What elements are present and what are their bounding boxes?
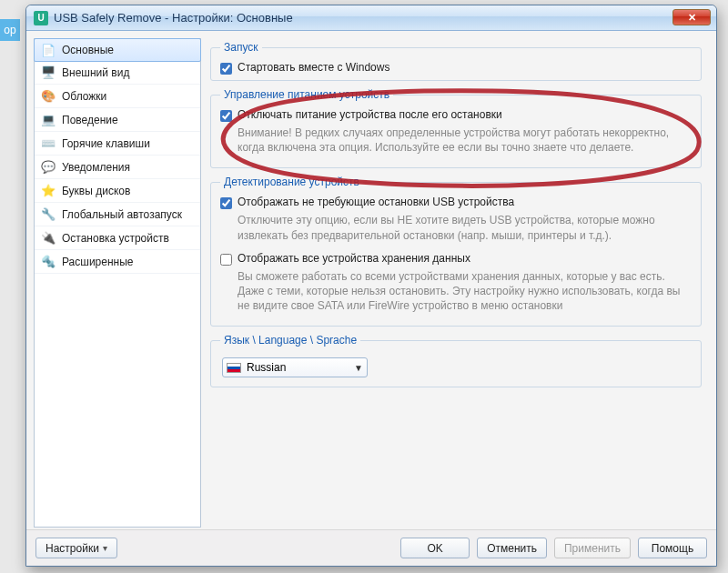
checkbox-start-with-windows[interactable] xyxy=(220,63,232,75)
settings-dropdown-button[interactable]: Настройки xyxy=(35,538,117,558)
wrench-icon: 🔧 xyxy=(40,206,56,223)
sidebar-item-drive-letters[interactable]: ⭐ Буквы дисков xyxy=(35,179,200,203)
background-tab-fragment: ор xyxy=(0,19,20,41)
sidebar-item-behavior[interactable]: 💻 Поведение xyxy=(35,108,200,132)
group-startup: Запуск Стартовать вместе с Windows xyxy=(210,41,702,81)
cancel-button[interactable]: Отменить xyxy=(477,538,547,558)
sidebar-item-notifications[interactable]: 💬 Уведомления xyxy=(35,156,200,179)
ok-button[interactable]: OK xyxy=(400,538,470,558)
sidebar-item-label: Горячие клавиши xyxy=(62,137,150,150)
group-legend: Запуск xyxy=(220,41,262,54)
group-legend: Детектирование устройств xyxy=(220,176,363,188)
group-power-management: Управление питанием устройств Отключать … xyxy=(210,88,702,168)
category-sidebar: 📄 Основные 🖥️ Внешний вид 🎨 Обложки 💻 По… xyxy=(34,38,201,528)
sidebar-item-label: Остановка устройств xyxy=(62,232,169,245)
checkbox-show-all-storage[interactable] xyxy=(220,254,232,266)
laptop-icon: 💻 xyxy=(40,112,56,128)
sidebar-item-skins[interactable]: 🎨 Обложки xyxy=(35,85,200,108)
bubble-icon: 💬 xyxy=(40,159,56,176)
sidebar-item-label: Расширенные xyxy=(62,256,134,268)
sidebar-item-device-stop[interactable]: 🔌 Остановка устройств xyxy=(35,226,200,250)
app-icon: U xyxy=(34,11,48,25)
settings-window: U USB Safely Remove - Настройки: Основны… xyxy=(25,5,717,567)
sidebar-item-label: Поведение xyxy=(62,114,118,126)
palette-icon: 🎨 xyxy=(40,88,56,105)
sidebar-item-general[interactable]: 📄 Основные xyxy=(34,38,201,62)
sidebar-item-label: Буквы дисков xyxy=(62,185,130,197)
sidebar-item-label: Основные xyxy=(62,44,114,56)
button-label: OK xyxy=(427,542,442,555)
sidebar-item-label: Внешний вид xyxy=(62,66,129,79)
group-legend: Управление питанием устройств xyxy=(220,88,393,101)
group-device-detection: Детектирование устройств Отображать не т… xyxy=(210,176,702,327)
checkbox-show-non-stoppable-usb[interactable] xyxy=(220,197,232,209)
sidebar-item-advanced[interactable]: 🔩 Расширенные xyxy=(35,250,200,274)
language-dropdown[interactable]: Russian ▼ xyxy=(222,357,368,377)
detect-desc-1: Отключите эту опцию, если вы НЕ хотите в… xyxy=(238,213,692,242)
monitor-icon: 🖥️ xyxy=(40,65,56,81)
close-icon: ✕ xyxy=(688,12,696,24)
language-value: Russian xyxy=(247,361,349,374)
flag-ru-icon xyxy=(227,363,241,373)
plug-icon: 🔌 xyxy=(40,230,56,246)
power-warning-text: Внимание! В редких случаях определенные … xyxy=(238,126,692,155)
checkbox-label: Отключать питание устройства после его о… xyxy=(238,108,502,121)
sidebar-item-global-autorun[interactable]: 🔧 Глобальный автозапуск xyxy=(35,203,200,226)
sidebar-item-appearance[interactable]: 🖥️ Внешний вид xyxy=(35,61,200,85)
chevron-down-icon: ▼ xyxy=(354,363,363,373)
titlebar[interactable]: U USB Safely Remove - Настройки: Основны… xyxy=(26,5,716,31)
help-button[interactable]: Помощь xyxy=(638,538,707,558)
button-label: Помощь xyxy=(652,542,693,555)
sidebar-item-label: Уведомления xyxy=(62,161,130,174)
checkbox-label: Отображать все устройства хранения данны… xyxy=(238,252,470,265)
window-body: 📄 Основные 🖥️ Внешний вид 🎨 Обложки 💻 По… xyxy=(26,31,716,566)
apply-button[interactable]: Применить xyxy=(554,538,631,558)
sidebar-item-label: Обложки xyxy=(62,90,106,103)
checkbox-power-off-after-stop[interactable] xyxy=(220,110,232,122)
settings-content: Запуск Стартовать вместе с Windows Управ… xyxy=(207,38,709,528)
keyboard-icon: ⌨️ xyxy=(40,136,56,152)
checkbox-label: Отображать не требующие остановки USB ус… xyxy=(238,196,514,208)
dialog-button-bar: Настройки OK Отменить Применить Помощь xyxy=(26,529,716,566)
button-label: Настройки xyxy=(46,542,99,555)
chip-icon: 🔩 xyxy=(40,254,56,270)
detect-desc-2: Вы сможете работать со всеми устройствам… xyxy=(238,269,692,314)
checkbox-label: Стартовать вместе с Windows xyxy=(238,61,389,74)
window-title: USB Safely Remove - Настройки: Основные xyxy=(54,11,293,25)
button-label: Отменить xyxy=(487,542,537,555)
button-label: Применить xyxy=(564,542,621,555)
star-icon: ⭐ xyxy=(40,183,56,199)
sidebar-item-label: Глобальный автозапуск xyxy=(62,208,182,221)
group-language: Язык \ Language \ Sprache Russian ▼ xyxy=(210,334,702,387)
close-button[interactable]: ✕ xyxy=(672,9,711,25)
group-legend: Язык \ Language \ Sprache xyxy=(220,334,360,347)
sidebar-item-hotkeys[interactable]: ⌨️ Горячие клавиши xyxy=(35,132,200,156)
page-icon: 📄 xyxy=(40,42,56,58)
